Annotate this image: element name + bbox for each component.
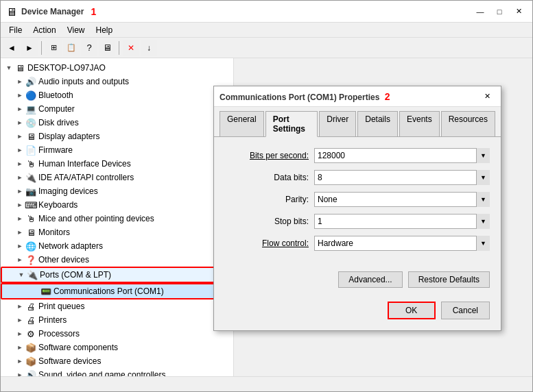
mice-label: Mice and other pointing devices (38, 214, 154, 223)
net-label: Network adapters (38, 241, 103, 251)
toolbar-help[interactable]: ? (81, 40, 97, 56)
tree-bluetooth[interactable]: ► 🔵 Bluetooth (1, 88, 233, 102)
stopbits-label: Stop bits: (225, 217, 314, 226)
toolbar-scan[interactable]: 🖥 (99, 40, 115, 56)
dialog-close-button[interactable]: ✕ (479, 90, 495, 103)
bps-select-wrapper[interactable]: 128000 ▼ (314, 148, 490, 163)
tree-monitors[interactable]: ► 🖥 Monitors (1, 225, 233, 239)
minimize-button[interactable]: — (472, 5, 488, 19)
maximize-button[interactable]: □ (491, 5, 508, 19)
tree-com1[interactable]: 📟 Communications Port (COM1) (1, 283, 233, 299)
tree-ide[interactable]: ► 🔌 IDE ATA/ATAPI controllers (1, 171, 233, 184)
ports-label: Ports (COM & LPT) (40, 270, 111, 280)
tree-printers[interactable]: ► 🖨 Printers (1, 313, 233, 327)
tree-network[interactable]: ► 🌐 Network adapters (1, 239, 233, 253)
tree-root[interactable]: ▼ 🖥 DESKTOP-LO97JAO (1, 61, 233, 75)
advanced-button[interactable]: Advanced... (338, 271, 402, 288)
close-button[interactable]: ✕ (510, 5, 527, 19)
tree-sw-dev[interactable]: ► 📦 Software devices (1, 354, 233, 368)
databits-select[interactable]: 8 (314, 170, 490, 185)
img-label: Imaging devices (38, 186, 98, 196)
ports-icon: 🔌 (27, 269, 38, 280)
tree-sound[interactable]: ► 🔊 Sound, video and game controllers (1, 368, 233, 376)
tree-computer[interactable]: ► 💻 Computer (1, 102, 233, 116)
menu-help[interactable]: Help (91, 24, 119, 36)
stopbits-select[interactable]: 1 (314, 214, 490, 229)
tree-proc[interactable]: ► ⚙ Processors (1, 327, 233, 341)
toolbar-forward[interactable]: ► (21, 40, 38, 56)
ide-label: IDE ATA/ATAPI controllers (38, 173, 134, 182)
tab-port-settings[interactable]: Port Settings (265, 111, 318, 137)
form-row-parity: Parity: None ▼ (225, 192, 490, 207)
dialog-title-area: Communications Port (COM1) Properties 2 (220, 91, 390, 102)
tree-sw-comp[interactable]: ► 📦 Software components (1, 341, 233, 354)
restore-defaults-button[interactable]: Restore Defaults (408, 271, 490, 288)
fw-icon: 📄 (25, 145, 36, 156)
tree-printq[interactable]: ► 🖨 Print queues (1, 299, 233, 313)
tree-keyboards[interactable]: ► ⌨ Keyboards (1, 198, 233, 212)
root-label: DESKTOP-LO97JAO (27, 63, 106, 73)
hid-icon: 🖱 (25, 158, 36, 169)
toolbar-back[interactable]: ◄ (3, 40, 20, 56)
img-toggle: ► (14, 186, 25, 197)
main-window: 🖥 Device Manager 1 — □ ✕ File Action Vie… (0, 0, 533, 392)
status-bar (1, 376, 532, 391)
flowctrl-select-wrapper[interactable]: Hardware ▼ (314, 236, 490, 251)
menu-file[interactable]: File (3, 24, 27, 36)
dialog-title: Communications Port (COM1) Properties (220, 93, 379, 102)
tab-general[interactable]: General (220, 111, 264, 136)
toolbar-download[interactable]: ↓ (141, 40, 157, 56)
databits-select-wrapper[interactable]: 8 ▼ (314, 170, 490, 185)
net-icon: 🌐 (25, 241, 36, 252)
parity-label: Parity: (225, 195, 314, 204)
menu-view[interactable]: View (62, 24, 91, 36)
toolbar-sep-2 (119, 41, 119, 55)
ok-button[interactable]: OK (388, 302, 436, 319)
tab-events[interactable]: Events (399, 111, 440, 136)
toolbar-update[interactable]: 📋 (63, 40, 80, 56)
proc-toggle: ► (14, 328, 25, 339)
audio-label: Audio inputs and outputs (38, 77, 129, 86)
tree-ports[interactable]: ▼ 🔌 Ports (COM & LPT) (1, 267, 233, 283)
other-toggle: ► (14, 254, 25, 265)
bt-icon: 🔵 (25, 90, 36, 101)
swc-toggle: ► (14, 342, 25, 353)
toolbar-properties[interactable]: ⊞ (45, 40, 62, 56)
tree-firmware[interactable]: ► 📄 Firmware (1, 143, 233, 157)
tab-resources[interactable]: Resources (441, 111, 495, 136)
comp-icon: 💻 (25, 103, 36, 114)
toolbar-delete[interactable]: ✕ (123, 40, 139, 56)
swc-icon: 📦 (25, 342, 36, 353)
disk-label: Disk drives (38, 118, 79, 127)
stopbits-select-wrapper[interactable]: 1 ▼ (314, 214, 490, 229)
tree-audio[interactable]: ► 🔊 Audio inputs and outputs (1, 75, 233, 88)
bps-label: Bits per second: (225, 151, 314, 160)
proc-icon: ⚙ (25, 328, 36, 339)
swc-label: Software components (38, 343, 118, 352)
snd-toggle: ► (14, 369, 25, 376)
device-tree[interactable]: ▼ 🖥 DESKTOP-LO97JAO ► 🔊 Audio inputs and… (1, 58, 234, 376)
ide-toggle: ► (14, 172, 25, 183)
cancel-button[interactable]: Cancel (441, 302, 490, 319)
tree-hid[interactable]: ► 🖱 Human Interface Devices (1, 157, 233, 171)
form-row-bps: Bits per second: 128000 ▼ (225, 148, 490, 163)
tree-disk[interactable]: ► 💿 Disk drives (1, 116, 233, 130)
tab-driver[interactable]: Driver (319, 111, 356, 136)
tree-mice[interactable]: ► 🖱 Mice and other pointing devices (1, 212, 233, 225)
dialog-badge: 2 (385, 91, 390, 102)
com1-toggle (29, 286, 40, 297)
img-icon: 📷 (25, 186, 36, 197)
toolbar-sep-1 (41, 41, 42, 55)
printers-icon: 🖨 (25, 315, 36, 326)
tree-imaging[interactable]: ► 📷 Imaging devices (1, 184, 233, 198)
tree-other[interactable]: ► ❓ Other devices (1, 253, 233, 267)
hid-label: Human Interface Devices (38, 159, 131, 169)
tab-details[interactable]: Details (357, 111, 398, 136)
bps-select[interactable]: 128000 (314, 148, 490, 163)
tree-display[interactable]: ► 🖥 Display adapters (1, 130, 233, 143)
other-label: Other devices (38, 255, 89, 265)
parity-select[interactable]: None (314, 192, 490, 207)
menu-action[interactable]: Action (27, 24, 61, 36)
parity-select-wrapper[interactable]: None ▼ (314, 192, 490, 207)
flowctrl-select[interactable]: Hardware (314, 236, 490, 251)
